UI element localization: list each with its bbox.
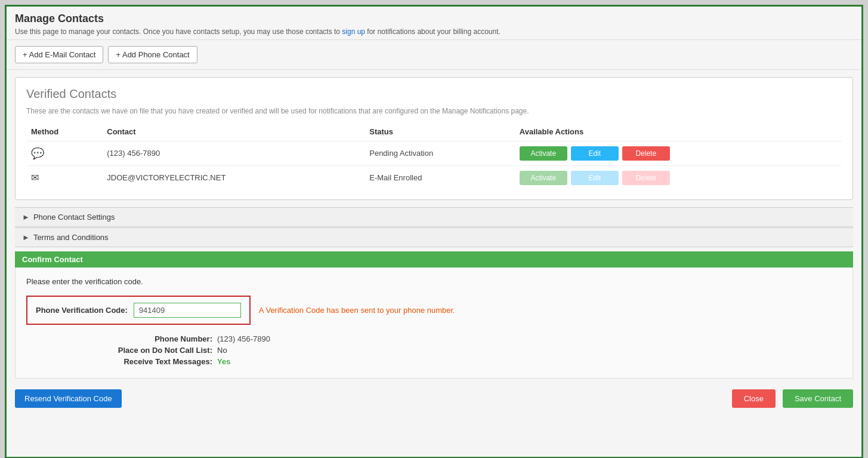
detail-value: (123) 456-7890	[217, 334, 270, 343]
add-phone-contact-button[interactable]: + Add Phone Contact	[108, 46, 197, 63]
page-wrapper: Manage Contacts Use this page to manage …	[5, 5, 863, 458]
bottom-right-buttons: Close Save Contact	[732, 389, 853, 408]
col-status: Status	[365, 124, 515, 142]
actions-cell: ActivateEditDelete	[515, 165, 842, 190]
phone-icon: 💬	[26, 142, 102, 166]
add-email-contact-button[interactable]: + Add E-Mail Contact	[15, 46, 103, 63]
save-contact-button[interactable]: Save Contact	[783, 389, 853, 408]
verification-note: A Verification Code has been sent to you…	[259, 306, 455, 315]
signup-link[interactable]: sign up	[342, 27, 365, 36]
status-badge: E-Mail Enrolled	[365, 165, 515, 190]
arrow-icon: ►	[22, 213, 30, 222]
col-method: Method	[26, 124, 102, 142]
activate-button[interactable]: Activate	[520, 146, 567, 161]
edit-button[interactable]: Edit	[571, 146, 619, 161]
bottom-bar: Resend Verification Code Close Save Cont…	[7, 383, 861, 414]
arrow-icon-2: ►	[22, 233, 30, 242]
confirm-instruction: Please enter the verification code.	[26, 277, 842, 286]
table-row: 💬(123) 456-7890Pending ActivationActivat…	[26, 142, 842, 166]
delete-button[interactable]: Delete	[622, 146, 670, 161]
verified-contacts-desc: These are the contacts we have on file t…	[26, 107, 842, 115]
contacts-table: Method Contact Status Available Actions …	[26, 124, 842, 190]
detail-row: Phone Number:(123) 456-7890	[98, 334, 842, 343]
actions-cell: ActivateEditDelete	[515, 142, 842, 165]
detail-label: Receive Text Messages:	[98, 357, 217, 366]
close-button[interactable]: Close	[732, 389, 776, 408]
verification-wrapper: Phone Verification Code: A Verification …	[26, 296, 842, 325]
activate-button: Activate	[520, 171, 567, 185]
status-badge: Pending Activation	[365, 142, 515, 166]
col-contact: Contact	[102, 124, 365, 142]
phone-verification-code-input[interactable]	[134, 303, 241, 318]
detail-row: Place on Do Not Call List:No	[98, 346, 842, 355]
detail-label: Place on Do Not Call List:	[98, 346, 217, 355]
detail-label: Phone Number:	[98, 334, 217, 343]
resend-verification-button[interactable]: Resend Verification Code	[15, 389, 122, 408]
verification-label: Phone Verification Code:	[36, 306, 128, 315]
verified-contacts-title: Verified Contacts	[26, 87, 842, 101]
col-actions: Available Actions	[515, 124, 842, 142]
page-header: Manage Contacts Use this page to manage …	[7, 7, 861, 40]
contact-value: JDOE@VICTORYELECTRIC.NET	[102, 165, 365, 190]
toolbar: + Add E-Mail Contact + Add Phone Contact	[7, 40, 861, 70]
edit-button: Edit	[571, 171, 619, 185]
detail-value: Yes	[217, 357, 230, 366]
page-subtitle: Use this page to manage your contacts. O…	[15, 27, 853, 36]
detail-value: No	[217, 346, 227, 355]
table-row: ✉JDOE@VICTORYELECTRIC.NETE-Mail Enrolled…	[26, 165, 842, 190]
delete-button: Delete	[622, 171, 670, 185]
phone-contact-settings-label: Phone Contact Settings	[33, 213, 115, 222]
contact-details: Phone Number:(123) 456-7890Place on Do N…	[98, 334, 842, 366]
terms-conditions-section[interactable]: ► Terms and Conditions	[15, 228, 853, 247]
verification-box: Phone Verification Code:	[26, 296, 251, 325]
email-icon: ✉	[26, 165, 102, 190]
page-title: Manage Contacts	[15, 13, 853, 25]
terms-conditions-label: Terms and Conditions	[33, 233, 109, 242]
confirm-contact-header: Confirm Contact	[15, 251, 853, 268]
contact-value: (123) 456-7890	[102, 142, 365, 166]
confirm-contact-title: Confirm Contact	[22, 255, 83, 264]
detail-row: Receive Text Messages:Yes	[98, 357, 842, 366]
phone-contact-settings-section[interactable]: ► Phone Contact Settings	[15, 207, 853, 227]
confirm-contact-body: Please enter the verification code. Phon…	[15, 268, 853, 379]
verified-contacts-section: Verified Contacts These are the contacts…	[15, 77, 853, 200]
